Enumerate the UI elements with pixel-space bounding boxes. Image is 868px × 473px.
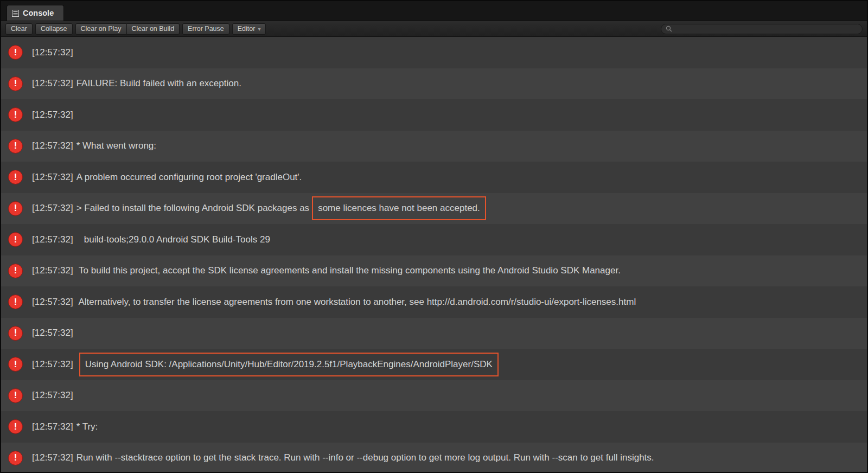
error-icon: !	[8, 388, 23, 403]
log-timestamp: [12:57:32]	[32, 78, 73, 89]
log-timestamp: [12:57:32]	[32, 421, 73, 432]
log-timestamp: [12:57:32]	[32, 234, 73, 245]
tab-label: Console	[23, 9, 54, 17]
log-message-highlight: some licences have not been accepted.	[312, 196, 486, 220]
error-icon: !	[8, 451, 23, 465]
log-message: * What went wrong:	[76, 140, 156, 151]
error-icon: !	[8, 45, 23, 60]
log-message: To build this project, accept the SDK li…	[76, 265, 621, 276]
log-entry[interactable]: ! [12:57:32]	[1, 99, 867, 131]
log-entry[interactable]: ! [12:57:32] To build this project, acce…	[1, 255, 867, 287]
log-entry[interactable]: ! [12:57:32] Run with --stacktrace optio…	[1, 443, 867, 473]
tab-console[interactable]: Console	[7, 5, 64, 21]
error-icon: !	[8, 232, 23, 247]
error-icon: !	[8, 201, 23, 216]
log-message: Alternatively, to transfer the license a…	[76, 297, 636, 308]
log-timestamp: [12:57:32]	[32, 47, 73, 58]
log-entry[interactable]: ! [12:57:32] > Failed to install the fol…	[1, 193, 867, 225]
log-timestamp: [12:57:32]	[32, 297, 73, 308]
clear-on-build-button[interactable]: Clear on Build	[127, 23, 180, 35]
error-icon: !	[8, 295, 23, 309]
error-icon: !	[8, 139, 23, 154]
log-timestamp: [12:57:32]	[32, 110, 73, 120]
log-message: build-tools;29.0.0 Android SDK Build-Too…	[76, 234, 270, 245]
log-timestamp: [12:57:32]	[32, 203, 73, 214]
log-message: A problem occurred configuring root proj…	[76, 172, 302, 183]
chevron-down-icon: ▾	[258, 26, 260, 32]
clear-toggle-group: Clear on Play Clear on Build	[75, 23, 180, 35]
log-message-highlight: Using Android SDK: /Applications/Unity/H…	[79, 353, 499, 376]
log-entry[interactable]: ! [12:57:32]	[1, 37, 867, 68]
console-log-list: ! [12:57:32] ! [12:57:32] FAILURE: Build…	[1, 37, 867, 473]
log-message: FAILURE: Build failed with an exception.	[76, 78, 241, 89]
log-timestamp: [12:57:32]	[32, 265, 73, 276]
log-timestamp: [12:57:32]	[32, 172, 73, 183]
editor-dropdown[interactable]: Editor ▾	[232, 23, 266, 35]
log-timestamp: [12:57:32]	[32, 390, 73, 401]
console-icon	[12, 10, 19, 17]
log-entry[interactable]: ! [12:57:32]	[1, 318, 867, 349]
error-icon: !	[8, 326, 23, 341]
error-icon: !	[8, 170, 23, 184]
log-entry[interactable]: ! [12:57:32] build-tools;29.0.0 Android …	[1, 224, 867, 255]
clear-on-play-button[interactable]: Clear on Play	[75, 23, 127, 35]
collapse-button[interactable]: Collapse	[35, 23, 73, 35]
log-entry[interactable]: ! [12:57:32]	[1, 380, 867, 412]
log-entry[interactable]: ! [12:57:32] FAILURE: Build failed with …	[1, 68, 867, 100]
error-icon: !	[8, 357, 23, 372]
log-entry[interactable]: ! [12:57:32] * Try:	[1, 411, 867, 443]
error-icon: !	[8, 419, 23, 434]
log-message: Run with --stacktrace option to get the …	[76, 452, 654, 463]
error-icon: !	[8, 76, 23, 91]
editor-dropdown-label: Editor	[238, 25, 256, 33]
log-timestamp: [12:57:32]	[32, 359, 73, 370]
log-entry[interactable]: ! [12:57:32] * What went wrong:	[1, 131, 867, 162]
log-timestamp: [12:57:32]	[32, 328, 73, 338]
log-message: > Failed to install the following Androi…	[76, 203, 310, 214]
log-entry[interactable]: ! [12:57:32] A problem occurred configur…	[1, 162, 867, 193]
error-pause-button[interactable]: Error Pause	[182, 23, 229, 35]
search-input[interactable]	[675, 25, 858, 33]
error-icon: !	[8, 264, 23, 278]
search-icon	[666, 25, 672, 32]
log-entry[interactable]: ! [12:57:32] Alternatively, to transfer …	[1, 286, 867, 318]
log-timestamp: [12:57:32]	[32, 452, 73, 463]
console-search-field[interactable]	[661, 24, 863, 34]
log-timestamp: [12:57:32]	[32, 140, 73, 151]
tab-bar: Console	[1, 1, 867, 21]
clear-button[interactable]: Clear	[5, 23, 33, 35]
log-message: * Try:	[76, 421, 98, 432]
log-entry[interactable]: ! [12:57:32] Using Android SDK: /Applica…	[1, 349, 867, 380]
error-icon: !	[8, 107, 23, 122]
console-toolbar: Clear Collapse Clear on Play Clear on Bu…	[1, 21, 867, 37]
